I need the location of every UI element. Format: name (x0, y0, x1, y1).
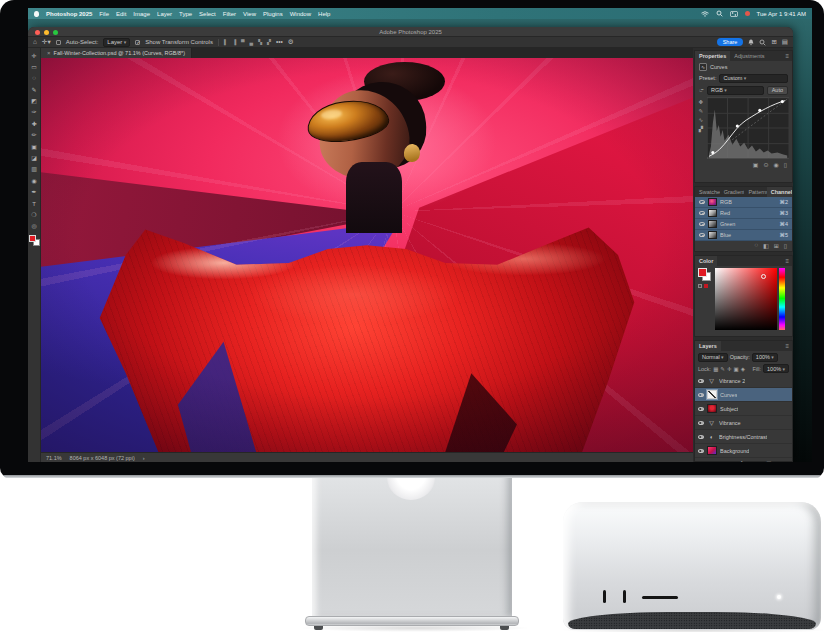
panel-menu-icon[interactable]: ≡ (785, 51, 792, 61)
delete-adjustment-icon[interactable]: ▯ (784, 161, 787, 168)
eyedropper-tool[interactable]: ✑ (30, 108, 39, 117)
clone-stamp-tool[interactable]: ▣ (30, 142, 39, 151)
document-tab[interactable]: × Fall-Winter-Collection.psd @ 71.1% (Cu… (41, 48, 192, 58)
type-tool[interactable]: T (30, 199, 39, 208)
auto-button[interactable]: Auto (767, 86, 788, 95)
hand-tool[interactable]: ❍ (30, 210, 39, 219)
bell-icon[interactable] (748, 39, 754, 46)
control-center-icon[interactable] (730, 11, 738, 17)
channel-row-blue[interactable]: Blue ⌘5 (695, 230, 792, 241)
healing-brush-tool[interactable]: ✚ (30, 119, 39, 128)
zoom-level[interactable]: 71.1% (46, 455, 62, 461)
menu-plugins[interactable]: Plugins (263, 11, 283, 17)
layer-row-subject[interactable]: Subject (695, 402, 792, 416)
menu-window[interactable]: Window (290, 11, 311, 17)
tab-properties[interactable]: Properties (695, 51, 730, 61)
foreground-color-swatch[interactable] (29, 235, 36, 242)
more-options-icon[interactable]: ••• (276, 39, 283, 46)
subject-layer-thumbnail[interactable] (707, 404, 717, 413)
move-tool[interactable]: ✛ (30, 51, 39, 60)
new-adjustment-layer-icon[interactable]: ◐ (759, 460, 763, 462)
blend-mode-dropdown[interactable]: Normal (698, 353, 728, 362)
distribute-v-icon[interactable]: ▞ (267, 39, 271, 45)
menu-image[interactable]: Image (133, 11, 150, 17)
layer-row-background[interactable]: Background (695, 444, 792, 458)
channel-dropdown[interactable]: RGB (707, 86, 764, 95)
curve-smooth-icon[interactable]: ∿ (699, 117, 704, 123)
menu-filter[interactable]: Filter (223, 11, 236, 17)
align-top-icon[interactable]: ▄ (250, 39, 254, 45)
layer-row-curves[interactable]: Curves (695, 388, 792, 402)
crop-tool[interactable]: ◩ (30, 97, 39, 106)
link-layers-icon[interactable]: ∞ (732, 460, 736, 462)
gradient-tool[interactable]: ▥ (30, 165, 39, 174)
new-layer-icon[interactable]: ⊞ (776, 460, 781, 462)
capture-icon[interactable]: ⊞ (771, 39, 776, 46)
menu-edit[interactable]: Edit (116, 11, 126, 17)
clip-adjustment-icon[interactable]: ▣ (753, 161, 759, 168)
opacity-dropdown[interactable]: 100% (752, 353, 778, 362)
layer-row-vibrance-2[interactable]: ▽ Vibrance 2 (695, 374, 792, 388)
close-tab-icon[interactable]: × (47, 50, 51, 56)
menu-help[interactable]: Help (318, 11, 330, 17)
tab-swatches[interactable]: Swatches (695, 187, 720, 197)
delete-channel-icon[interactable]: ▯ (784, 242, 787, 249)
menu-file[interactable]: File (99, 11, 109, 17)
layer-row-vibrance[interactable]: ▽ Vibrance (695, 416, 792, 430)
panel-menu-icon[interactable]: ≡ (785, 341, 792, 351)
align-right-icon[interactable]: ▀ (241, 39, 245, 45)
distribute-icon[interactable]: ▚ (258, 39, 262, 45)
eraser-tool[interactable]: ◪ (30, 154, 39, 163)
lock-artboard-icon[interactable]: ▣ (734, 366, 739, 372)
reset-adjustment-icon[interactable]: ⊙ (763, 161, 768, 168)
tab-adjustments[interactable]: Adjustments (730, 51, 768, 61)
menu-app-name[interactable]: Photoshop 2025 (46, 11, 92, 17)
visibility-eye-icon[interactable] (698, 435, 704, 439)
show-transform-checkbox[interactable] (135, 40, 140, 45)
tab-layers[interactable]: Layers (695, 341, 721, 351)
lock-transparency-icon[interactable]: ▦ (713, 366, 718, 372)
document-canvas[interactable] (41, 58, 693, 452)
visibility-eye-icon[interactable] (698, 393, 704, 397)
tab-gradients[interactable]: Gradients (720, 187, 745, 197)
menubar-clock[interactable]: Tue Apr 1 9:41 AM (757, 11, 806, 17)
channel-row-rgb[interactable]: RGB ⌘2 (695, 197, 792, 208)
add-mask-icon[interactable]: ▢ (749, 460, 755, 462)
eyedropper-black-icon[interactable]: ▞ (699, 126, 703, 132)
curve-draw-icon[interactable]: ✎ (699, 108, 704, 114)
toggle-visibility-icon[interactable]: ◉ (773, 161, 778, 168)
visibility-eye-icon[interactable] (699, 211, 705, 215)
layer-row-brightness-contrast[interactable]: ◐ Brightness/Contrast (695, 430, 792, 444)
brush-tool[interactable]: ✏ (30, 131, 39, 140)
marquee-tool[interactable]: ▭ (30, 62, 39, 71)
menu-select[interactable]: Select (199, 11, 216, 17)
targeted-adjustment-icon[interactable]: ☞ (699, 87, 704, 93)
status-dot-icon[interactable] (745, 11, 750, 16)
auto-select-checkbox[interactable] (56, 40, 61, 45)
background-layer-thumbnail[interactable] (707, 446, 717, 455)
color-picker-marker[interactable] (761, 274, 766, 279)
color-swatches[interactable] (29, 235, 40, 246)
curves-graph[interactable] (707, 97, 789, 159)
layer-effects-icon[interactable]: fx (740, 460, 745, 462)
save-selection-icon[interactable]: ◧ (763, 242, 769, 249)
visibility-eye-icon[interactable] (698, 421, 704, 425)
menu-view[interactable]: View (243, 11, 256, 17)
workspace-switcher-icon[interactable]: ▤ (782, 39, 788, 46)
menu-layer[interactable]: Layer (157, 11, 172, 17)
wifi-icon[interactable] (701, 11, 709, 17)
auto-select-target-dropdown[interactable]: Layer (103, 38, 130, 47)
visibility-eye-icon[interactable] (699, 222, 705, 226)
visibility-eye-icon[interactable] (698, 407, 704, 411)
object-selection-tool[interactable]: ✎ (30, 85, 39, 94)
load-selection-icon[interactable]: ◌ (754, 242, 758, 249)
panel-menu-icon[interactable]: ≡ (785, 256, 792, 266)
move-tool-preset-icon[interactable]: ✛▾ (42, 39, 51, 46)
window-titlebar[interactable]: Adobe Photoshop 2025 (28, 27, 793, 37)
curve-edit-icon[interactable]: ✥ (699, 99, 704, 105)
blur-tool[interactable]: ◉ (30, 176, 39, 185)
fill-dropdown[interactable]: 100% (763, 364, 789, 373)
saturation-brightness-field[interactable] (715, 268, 777, 330)
new-channel-icon[interactable]: ⊞ (774, 242, 779, 249)
share-button[interactable]: Share (717, 38, 744, 46)
